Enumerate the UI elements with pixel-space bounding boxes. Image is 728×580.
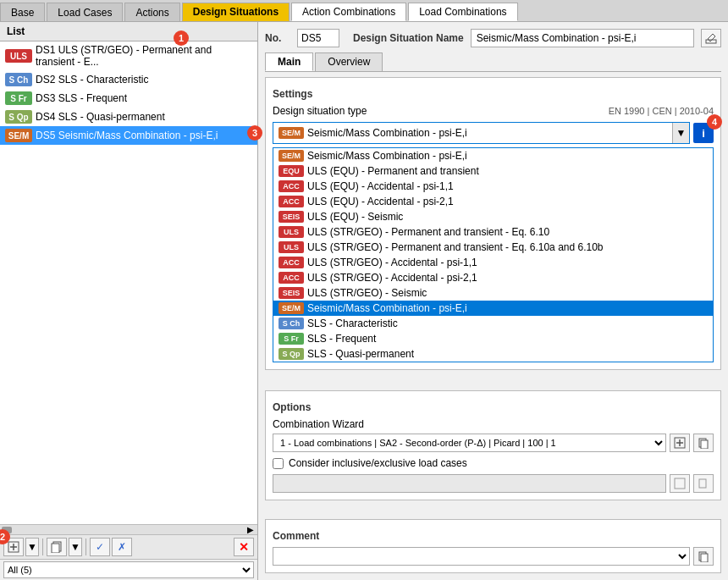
name-field[interactable] [471,29,694,47]
combo-wizard-select[interactable]: 1 - Load combinations | SA2 - Second-ord… [273,434,666,452]
dropdown-item-badge: SE/M [279,302,304,314]
list-item[interactable]: S ChDS2 SLS - Characteristic [0,70,257,89]
inclusive-exclusive-label: Consider inclusive/exclusive load cases [289,457,467,469]
dropdown-item-label: ULS (STR/GEO) - Seismic [307,287,427,299]
comment-section: Comment [265,519,721,573]
dropdown-list-item[interactable]: ACCULS (EQU) - Accidental - psi-1,1 [273,179,713,194]
dropdown-item-label: ULS (EQU) - Seismic [307,211,403,223]
comment-title: Comment [273,530,714,542]
sub-tab-main[interactable]: Main [265,52,313,71]
list-item[interactable]: SE/MDS5 Seismic/Mass Combination - psi-E… [0,126,257,145]
dst-dropdown-row: SE/M Seismic/Mass Combination - psi-E,i … [273,122,714,144]
options-title: Options [273,401,714,413]
right-panel: No. Design Situation Name Main Overview … [258,22,728,580]
dropdown-item-badge: S Fr [279,333,304,345]
dropdown-list-item[interactable]: ULSULS (STR/GEO) - Permanent and transie… [273,240,713,255]
check-button[interactable]: ✓ [90,538,110,556]
dropdown-list-item[interactable]: ULSULS (STR/GEO) - Permanent and transie… [273,224,713,240]
no-label: No. [265,32,290,44]
dropdown-item-label: SLS - Frequent [307,333,376,345]
list-item-badge: S Ch [5,73,32,86]
duplicate-dropdown-button[interactable]: ▼ [69,538,82,556]
dropdown-list-item[interactable]: SE/MSeismic/Mass Combination - psi-E,i [273,301,713,316]
dst-dropdown[interactable]: SE/M Seismic/Mass Combination - psi-E,i … [273,122,690,144]
add-item-dropdown-button[interactable]: ▼ [25,538,39,556]
annotation-4: 4 [707,114,722,130]
tab-actions[interactable]: Actions [124,3,179,21]
list-item-badge: SE/M [5,129,32,142]
tab-load-combinations[interactable]: Load Combinations [408,3,517,21]
tab-base[interactable]: Base [0,3,45,21]
left-panel: List ULSDS1 ULS (STR/GEO) - Permanent an… [0,22,258,580]
sub-tabs: Main Overview [265,52,721,72]
dropdown-list-item[interactable]: ACCULS (STR/GEO) - Accidental - psi-2,1 [273,270,713,285]
list-item-name: DS2 SLS - Characteristic [36,74,148,86]
no-field[interactable] [297,29,339,47]
comment-btn[interactable] [693,547,714,566]
dropdown-item-badge: SE/M [279,150,304,162]
dropdown-item-label: Seismic/Mass Combination - psi-E,i [307,302,467,314]
dropdown-list-item[interactable]: ACCULS (EQU) - Accidental - psi-2,1 [273,194,713,209]
svg-rect-4 [52,544,59,553]
list-item-badge: S Qp [5,110,32,124]
dropdown-item-badge: ACC [279,180,304,192]
list-item-badge: S Fr [5,91,32,105]
left-toolbar: 2 ▼ ▼ ✓ ✗ ✕ [0,534,257,559]
dropdown-list-item[interactable]: ACCULS (STR/GEO) - Accidental - psi-1,1 [273,255,713,270]
dropdown-item-badge: SEIS [279,287,304,299]
inclusive-field [273,474,666,493]
settings-title: Settings [273,88,714,100]
list-items: ULSDS1 ULS (STR/GEO) - Permanent and tra… [0,41,257,524]
scroll-right-btn[interactable]: ▶ [244,525,257,534]
list-item-name: DS1 ULS (STR/GEO) - Permanent and transi… [36,44,252,68]
combo-wizard-btn2[interactable] [693,434,714,452]
dropdown-item-label: ULS (STR/GEO) - Accidental - psi-2,1 [307,272,477,284]
dst-type-row: Design situation type EN 1990 | CEN | 20… [273,105,714,117]
inclusive-exclusive-checkbox[interactable] [273,458,284,469]
combo-wizard-row: 1 - Load combinations | SA2 - Second-ord… [273,434,714,452]
list-item-badge: ULS [5,49,32,63]
dropdown-list-item[interactable]: S FrSLS - Frequent [273,331,713,346]
dropdown-item-badge: S Qp [279,348,304,360]
list-item[interactable]: ULSDS1 ULS (STR/GEO) - Permanent and tra… [0,41,257,70]
sub-tab-overview[interactable]: Overview [315,52,383,71]
right-header: No. Design Situation Name [265,29,721,47]
comment-field[interactable] [273,547,690,566]
dst-type-label: Design situation type [273,105,609,117]
list-item[interactable]: S FrDS3 SLS - Frequent [0,89,257,108]
dropdown-list-item[interactable]: SE/MSeismic/Mass Combination - psi-E,i [273,148,713,163]
dst-dropdown-value: SE/M Seismic/Mass Combination - psi-E,i [273,124,672,141]
dst-dropdown-arrow[interactable]: ▼ [672,123,689,143]
dropdown-list-item[interactable]: SEISULS (STR/GEO) - Seismic [273,285,713,301]
dst-current-text: Seismic/Mass Combination - psi-E,i [307,127,467,139]
svg-rect-14 [701,554,708,562]
duplicate-button[interactable] [47,538,67,556]
dropdown-list-item[interactable]: SEISULS (EQU) - Seismic [273,209,713,224]
list-item-name: DS4 SLS - Quasi-permanent [36,111,165,123]
filter-select[interactable]: All (5) [3,561,254,578]
left-filter: All (5) [0,559,257,580]
inclusive-btn1[interactable] [670,474,690,493]
dropdown-list-item[interactable]: S QpSLS - Quasi-permanent [273,346,713,362]
tab-load-cases[interactable]: Load Cases [47,3,123,21]
list-item-name: DS3 SLS - Frequent [36,92,127,104]
dropdown-item-label: ULS (EQU) - Accidental - psi-1,1 [307,180,454,192]
dst-norm: EN 1990 | CEN | 2010-04 [609,106,714,116]
uncheck-button[interactable]: ✗ [112,538,132,556]
list-item[interactable]: S QpDS4 SLS - Quasi-permanent [0,108,257,126]
edit-name-button[interactable] [701,29,721,47]
inclusive-btn2[interactable] [693,474,714,493]
scroll-area[interactable]: ▶ [0,524,257,534]
dropdown-item-badge: S Ch [279,318,304,329]
dropdown-list-item[interactable]: EQUULS (EQU) - Permanent and transient [273,163,713,179]
settings-section: Settings Design situation type EN 1990 |… [265,77,721,370]
dropdown-item-label: ULS (STR/GEO) - Permanent and transient … [307,226,549,238]
dropdown-list-item[interactable]: S ChSLS - Characteristic [273,316,713,331]
delete-button[interactable]: ✕ [234,538,254,556]
tab-action-combinations[interactable]: Action Combinations [291,3,406,21]
dropdown-item-label: ULS (STR/GEO) - Accidental - psi-1,1 [307,257,477,268]
combo-wizard-btn1[interactable] [670,434,690,452]
tab-design-situations[interactable]: Design Situations [182,3,290,21]
svg-rect-10 [701,440,708,449]
dst-dropdown-list: SE/MSeismic/Mass Combination - psi-E,iEQ… [273,147,714,362]
